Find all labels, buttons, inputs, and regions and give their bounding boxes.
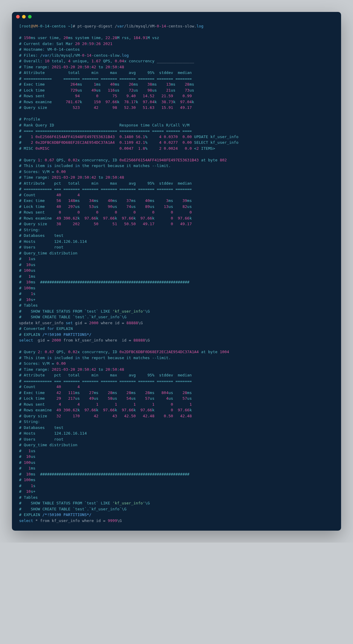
output-line: # Time range: [19, 367, 52, 372]
output-line: # Users root [19, 437, 64, 441]
output-line: # Tables [19, 495, 38, 500]
table-header: # Attribute pct total min max avg 95% st… [19, 181, 192, 186]
output-line: # Scores: V/M = [19, 169, 56, 174]
output-line: # SHOW CREATE TABLE `test`.`kf_user_info… [19, 507, 126, 511]
output-line: # String: [19, 228, 40, 232]
section-header: # Profile [19, 117, 40, 121]
histogram-row: # [19, 454, 26, 459]
command: 0 [157, 24, 159, 28]
histogram-row: # [19, 268, 24, 273]
output-line: # Hosts 124.126.16.114 [19, 239, 87, 244]
command: log [196, 24, 203, 28]
table-row: # Exec time [19, 198, 56, 203]
table-header: # Attribute total min max avg 95% stddev… [19, 70, 192, 75]
minimize-icon[interactable] [22, 15, 26, 18]
output-line: # Files: / [19, 53, 42, 58]
maximize-icon[interactable] [28, 15, 32, 18]
sql-statement: select [19, 518, 33, 523]
histogram-row: # [19, 484, 31, 488]
window-titlebar [12, 12, 341, 21]
query-header: # Query [19, 158, 38, 162]
sql-statement: select [19, 338, 33, 342]
table-row: # Count [19, 193, 56, 197]
histogram-row: # [19, 274, 28, 279]
command: -centos-slow. [166, 24, 196, 28]
table-divider: # ============ ======= ======= ======= =… [19, 76, 192, 81]
terminal-content[interactable]: [root@VM-0-14-centos ~]# pt-query-digest… [12, 21, 341, 531]
prompt-hash: # [73, 24, 78, 28]
output-line: # SHOW TABLE STATUS FROM `test` LIKE [19, 309, 112, 313]
output-line: # This item [19, 163, 47, 168]
table-row: # Count [19, 384, 56, 389]
output-line: # Overall: [19, 59, 45, 63]
output-line: # Converted [19, 326, 47, 331]
table-row: # Query size [19, 222, 56, 226]
histogram-row: # [19, 257, 28, 261]
table-header: # Attribute pct total min max avg 95% st… [19, 373, 192, 377]
histogram-row: # [19, 472, 26, 476]
histogram-row: # [19, 297, 26, 302]
output-line: # Hostname: VM-0-14-centos [19, 47, 80, 52]
histogram-row: # [19, 466, 28, 470]
command: var [117, 24, 124, 28]
table-row: # Rows sent [19, 94, 75, 98]
prompt-at: @VM [31, 24, 38, 28]
output-line: # SHOW TABLE STATUS FROM `test` LIKE [19, 501, 112, 505]
table-header: # Rank Query ID Response time Calls R/Ca… [19, 123, 194, 127]
table-row: # Exec time [19, 390, 56, 395]
output-line: # Query_time distribution [19, 251, 78, 255]
output-line: # Current date: Sat Mar [19, 41, 75, 46]
output-line: # SHOW CREATE TABLE `test`.`kf_user_info… [19, 315, 126, 319]
histogram-row: # [19, 286, 24, 290]
command: pt-query-digest / [78, 24, 117, 28]
prompt-bracket: [ [19, 24, 21, 28]
histogram-row: # [19, 478, 24, 482]
table-row: # Lock time [19, 396, 56, 401]
output-line: # String: [19, 419, 40, 424]
output-line: # EXPLAIN [19, 512, 42, 517]
prompt-user: root [21, 24, 31, 28]
terminal-window: [root@VM-0-14-centos ~]# pt-query-digest… [12, 12, 341, 531]
table-row: # Lock time [19, 204, 56, 209]
output-line: # Hosts 124.126.16.114 [19, 431, 87, 435]
table-row: # Rows examine [19, 408, 56, 412]
output-line: # Databases test [19, 233, 64, 238]
table-row: # [19, 135, 31, 139]
output-line: # Time range: [19, 175, 52, 180]
output-line: # Users root [19, 245, 64, 249]
output-line: # Databases test [19, 425, 64, 430]
table-row: # Query size [19, 105, 73, 110]
histogram-row: # [19, 280, 26, 284]
query-header: # Query [19, 350, 38, 354]
prompt-bracket: ] [70, 24, 73, 28]
prompt-host: -0-14-centos ~ [38, 24, 71, 28]
histogram-row: # [19, 262, 26, 267]
table-row: # MISC [19, 146, 35, 151]
table-row: # Rows sent [19, 402, 59, 407]
table-row: # Rows examine [19, 216, 56, 220]
table-row: # [19, 140, 31, 145]
output-line: # EXPLAIN [19, 332, 42, 337]
histogram-row: # [19, 449, 28, 453]
output-line: # This item [19, 356, 47, 360]
histogram-row: # [19, 291, 31, 296]
table-divider: # ============ === ======= ======= =====… [19, 379, 192, 383]
output-line: # [19, 35, 24, 40]
table-row: # Query size [19, 414, 56, 418]
histogram-row: # [19, 460, 24, 465]
output-line: # Time range: [19, 65, 52, 69]
table-row: # Lock time [19, 88, 70, 92]
command: /lib/mysql/VM- [124, 24, 157, 28]
table-divider: # ============ === ======= ======= =====… [19, 187, 192, 191]
table-divider: # ==== =================================… [19, 129, 194, 133]
close-icon[interactable] [16, 15, 20, 18]
sql-statement: update kf_user_info [19, 321, 66, 325]
command: 14 [161, 24, 166, 28]
output-line: # Query_time distribution [19, 443, 78, 447]
table-row: # Rows sent [19, 210, 59, 214]
histogram-row: # [19, 489, 26, 494]
table-row: # Exec time [19, 82, 70, 87]
output-line: # Scores: V/M = [19, 361, 56, 366]
output-line: # Tables [19, 303, 38, 308]
table-row: # Rows examine [19, 100, 66, 104]
